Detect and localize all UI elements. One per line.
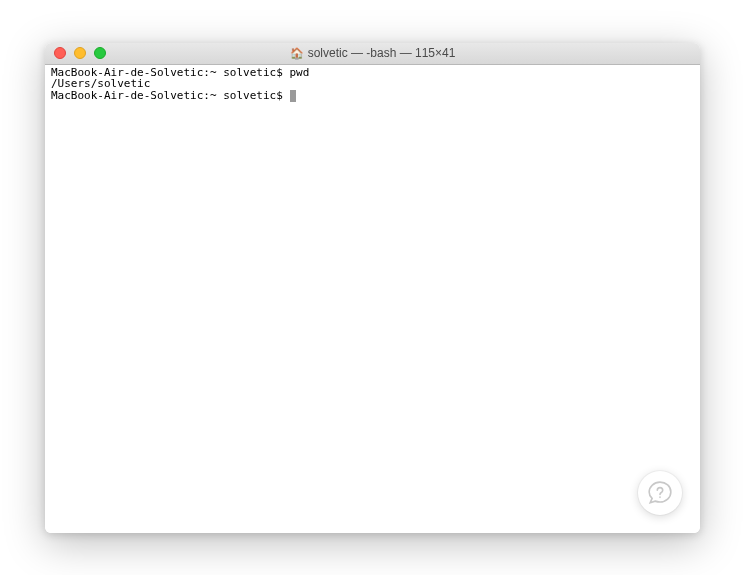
- minimize-button[interactable]: [74, 47, 86, 59]
- close-button[interactable]: [54, 47, 66, 59]
- terminal-line: MacBook-Air-de-Solvetic:~ solvetic$: [51, 90, 694, 102]
- titlebar[interactable]: 🏠 solvetic — -bash — 115×41: [45, 43, 700, 65]
- chat-help-button[interactable]: [638, 471, 682, 515]
- zoom-button[interactable]: [94, 47, 106, 59]
- terminal-content[interactable]: MacBook-Air-de-Solvetic:~ solvetic$ pwd/…: [45, 65, 700, 533]
- chat-bubble-icon: [647, 480, 673, 506]
- command-text: pwd: [289, 66, 309, 79]
- cursor: [290, 90, 296, 102]
- prompt-text: MacBook-Air-de-Solvetic:~ solvetic$: [51, 89, 289, 102]
- window-title: 🏠 solvetic — -bash — 115×41: [45, 46, 700, 60]
- traffic-lights: [45, 47, 106, 59]
- home-icon: 🏠: [290, 47, 304, 60]
- window-title-text: solvetic — -bash — 115×41: [308, 46, 456, 60]
- terminal-window: 🏠 solvetic — -bash — 115×41 MacBook-Air-…: [45, 43, 700, 533]
